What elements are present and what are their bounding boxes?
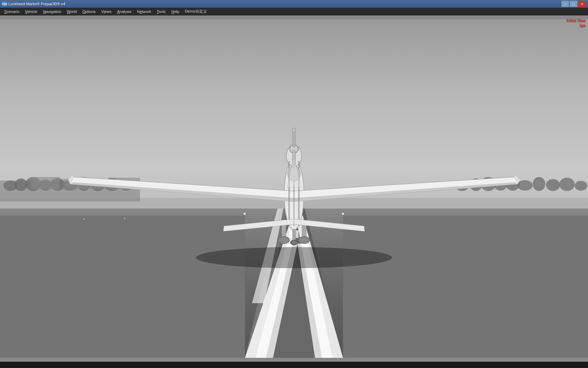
menu-vehicle-label: Vehicle	[25, 9, 37, 14]
svg-marker-40	[343, 216, 588, 358]
menu-navigation[interactable]: Navigation	[40, 8, 64, 15]
menu-help[interactable]: Help	[169, 8, 182, 15]
status-overlay: 0.0kts Time 1px	[566, 18, 585, 28]
app-icon: P3D	[2, 1, 7, 6]
menu-options-label: Options	[82, 9, 96, 14]
menu-navigation-label: Navigation	[43, 9, 61, 14]
close-button[interactable]: ✕	[578, 1, 586, 7]
menu-tools-label: Tools	[157, 9, 166, 14]
svg-point-19	[517, 180, 533, 191]
svg-point-22	[559, 178, 575, 191]
menu-bar: Scenario Vehicle Navigation World Option…	[0, 8, 588, 15]
svg-marker-39	[0, 216, 245, 358]
menu-analysis[interactable]: Analysis	[114, 8, 134, 15]
svg-point-21	[546, 179, 560, 191]
menu-views[interactable]: Views	[98, 8, 114, 15]
minimize-button[interactable]: ─	[561, 1, 569, 7]
menu-world-label: World	[67, 9, 77, 14]
svg-point-68	[196, 247, 392, 268]
menu-network[interactable]: Network	[134, 8, 154, 15]
status-line1: 0.0kts Time	[566, 18, 585, 23]
svg-point-5	[15, 178, 27, 191]
menu-views-label: Views	[101, 9, 111, 14]
svg-point-43	[342, 213, 344, 215]
menu-vehicle[interactable]: Vehicle	[22, 8, 40, 15]
menu-demo[interactable]: Demo自定义	[182, 8, 209, 15]
title-bar-controls: ─ □ ✕	[561, 1, 586, 7]
svg-point-20	[533, 177, 545, 191]
status-line2: 1px	[566, 23, 585, 28]
status-bar	[0, 362, 588, 368]
menu-demo-label: Demo自定义	[185, 9, 206, 14]
menu-scenario[interactable]: Scenario	[1, 8, 22, 15]
simulation-viewport[interactable]: 0.0kts Time 1px	[0, 15, 588, 362]
scene-svg	[0, 15, 588, 362]
svg-point-45	[124, 218, 125, 219]
menu-network-label: Network	[137, 9, 151, 14]
menu-options[interactable]: Options	[79, 8, 98, 15]
svg-point-67	[290, 240, 298, 245]
svg-point-63	[278, 237, 289, 244]
menu-world[interactable]: World	[64, 8, 80, 15]
title-bar: P3D Lockheed Martin® Prepar3D® v4 ─ □ ✕	[0, 0, 588, 8]
menu-scenario-label: Scenario	[4, 9, 19, 14]
menu-tools[interactable]: Tools	[154, 8, 169, 15]
maximize-button[interactable]: □	[570, 1, 578, 7]
app-title: Lockheed Martin® Prepar3D® v4	[8, 2, 65, 6]
svg-point-44	[83, 218, 85, 220]
menu-help-label: Help	[172, 9, 180, 14]
title-bar-left: P3D Lockheed Martin® Prepar3D® v4	[2, 1, 65, 6]
svg-rect-24	[31, 177, 59, 189]
menu-analysis-label: Analysis	[117, 9, 132, 14]
svg-point-41	[244, 213, 246, 215]
svg-point-23	[575, 181, 587, 191]
svg-point-65	[299, 237, 310, 244]
